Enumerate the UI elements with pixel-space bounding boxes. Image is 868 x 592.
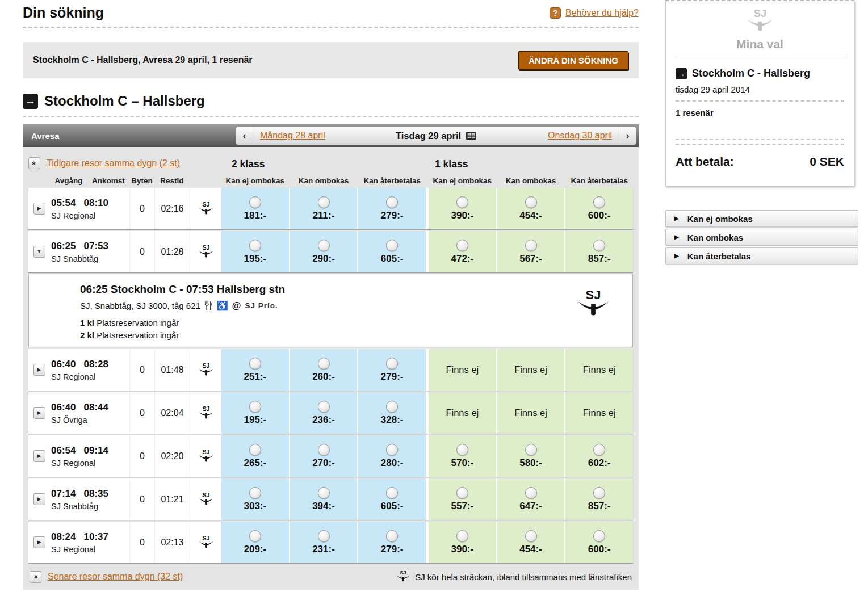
fare-cell[interactable]: 390:- (429, 522, 496, 563)
calendar-icon[interactable] (466, 132, 476, 140)
fare-cell[interactable]: 390:- (429, 188, 496, 229)
accordion-kan-aterbetalas[interactable]: ▶ Kan återbetalas (665, 247, 858, 264)
accordion-kan-ombokas[interactable]: ▶ Kan ombokas (665, 229, 858, 246)
prev-day-chevron[interactable]: ‹ (236, 127, 253, 145)
fare-cell[interactable]: 280:- (358, 435, 426, 477)
accordion-kan-ej-ombokas[interactable]: ▶ Kan ej ombokas (665, 210, 858, 227)
fare-cell[interactable]: 279:- (358, 522, 426, 563)
fare-cell[interactable]: 270:- (290, 435, 358, 477)
earlier-journeys-button[interactable]: « (28, 157, 40, 169)
later-journeys-link[interactable]: Senare resor samma dygn (32 st) (48, 572, 183, 582)
fare-cell[interactable]: 647:- (497, 478, 565, 520)
earlier-journeys-link[interactable]: Tidigare resor samma dygn (2 st) (47, 158, 180, 169)
pay-value: 0 SEK (810, 155, 844, 169)
fare-radio-button[interactable] (249, 358, 261, 370)
fare-cell[interactable]: 472:- (429, 231, 496, 272)
fare-radio-button[interactable] (525, 487, 537, 499)
fare-radio-button[interactable] (593, 444, 605, 456)
fare-radio-button[interactable] (456, 196, 468, 208)
fare-radio-button[interactable] (386, 530, 398, 542)
expand-journey-button[interactable]: ▶ (33, 493, 45, 505)
fare-price: 211:- (313, 210, 335, 221)
fare-radio-button[interactable] (386, 196, 398, 208)
fare-cell[interactable]: 279:- (358, 188, 426, 229)
fare-radio-button[interactable] (318, 444, 330, 456)
later-journeys-button[interactable]: « (30, 571, 41, 583)
fare-radio-button[interactable] (386, 240, 398, 251)
fare-cell[interactable]: 290:- (290, 231, 358, 272)
fare-price: 279:- (381, 210, 404, 221)
fare-radio-button[interactable] (593, 196, 605, 208)
fare-price: 303:- (244, 501, 266, 512)
fare-cell[interactable]: 195:- (221, 392, 289, 434)
expand-journey-button[interactable]: ▶ (33, 203, 45, 215)
fare-radio-button[interactable] (456, 240, 468, 251)
fare-radio-button[interactable] (249, 401, 261, 413)
fare-cell[interactable]: 857:- (565, 478, 633, 520)
fare-cell[interactable]: 605:- (358, 478, 426, 520)
fare-radio-button[interactable] (593, 487, 605, 499)
fare-radio-button[interactable] (318, 487, 330, 499)
fare-cell[interactable]: 570:- (429, 435, 496, 477)
fare-cell[interactable]: 557:- (429, 478, 496, 520)
fare-cell[interactable]: 279:- (358, 349, 426, 391)
fare-radio-button[interactable] (249, 240, 261, 251)
fare-cell[interactable]: 454:- (497, 188, 565, 229)
fare-cell[interactable]: 211:- (290, 188, 358, 229)
fare-cell[interactable]: 605:- (358, 231, 426, 272)
fare-radio-button[interactable] (456, 444, 468, 456)
current-day-label: Tisdag 29 april (396, 131, 461, 141)
fare-radio-button[interactable] (456, 530, 468, 542)
fare-cell[interactable]: 209:- (221, 522, 289, 563)
fare-radio-button[interactable] (386, 358, 398, 370)
expand-journey-button[interactable]: ▼ (33, 246, 45, 258)
fare-cell[interactable]: 236:- (290, 392, 358, 434)
prev-day-link[interactable]: Måndag 28 april (260, 131, 325, 141)
expand-journey-button[interactable]: ▶ (33, 536, 45, 548)
fare-radio-button[interactable] (456, 487, 468, 499)
fare-radio-button[interactable] (318, 196, 330, 208)
fare-cell[interactable]: 567:- (497, 231, 565, 272)
fare-cell[interactable]: 580:- (497, 435, 565, 477)
fare-cell[interactable]: 251:- (221, 349, 289, 391)
fare-radio-button[interactable] (525, 196, 537, 208)
fare-cell[interactable]: 602:- (565, 435, 633, 477)
fare-cell[interactable]: 857:- (565, 231, 633, 272)
fare-radio-button[interactable] (386, 487, 398, 499)
fare-cell[interactable]: 231:- (290, 522, 358, 563)
change-search-button[interactable]: ÄNDRA DIN SÖKNING (518, 51, 628, 70)
question-mark-icon[interactable]: ? (550, 7, 561, 19)
fare-radio-button[interactable] (249, 530, 261, 542)
fare-cell[interactable]: 600:- (565, 522, 633, 563)
help-link[interactable]: Behöver du hjälp? (565, 8, 639, 18)
next-day-chevron[interactable]: › (619, 127, 636, 145)
fare-cell[interactable]: 260:- (290, 349, 358, 391)
fare-cell[interactable]: 181:- (221, 188, 289, 229)
expand-journey-button[interactable]: ▶ (33, 450, 45, 462)
fare-cell[interactable]: 195:- (221, 231, 289, 272)
fare-radio-button[interactable] (318, 530, 330, 542)
fare-radio-button[interactable] (249, 444, 261, 456)
fare-radio-button[interactable] (318, 358, 330, 370)
expand-journey-button[interactable]: ▶ (33, 364, 45, 376)
svg-text:SJ: SJ (400, 570, 406, 576)
fare-radio-button[interactable] (525, 530, 537, 542)
fare-cell[interactable]: 303:- (221, 478, 289, 520)
fare-cell[interactable]: 394:- (290, 478, 358, 520)
fare-cell[interactable]: 265:- (221, 435, 289, 477)
expand-journey-button[interactable]: ▶ (33, 407, 45, 419)
fare-radio-button[interactable] (318, 240, 330, 251)
fare-radio-button[interactable] (593, 240, 605, 251)
fare-radio-button[interactable] (318, 401, 330, 413)
fare-cell[interactable]: 454:- (497, 522, 565, 563)
fare-radio-button[interactable] (525, 444, 537, 456)
fare-cell[interactable]: 328:- (358, 392, 426, 434)
fare-radio-button[interactable] (249, 196, 261, 208)
fare-radio-button[interactable] (525, 240, 537, 251)
fare-radio-button[interactable] (249, 487, 261, 499)
fare-radio-button[interactable] (593, 530, 605, 542)
fare-cell[interactable]: 600:- (565, 188, 633, 229)
next-day-link[interactable]: Onsdag 30 april (548, 131, 612, 141)
fare-radio-button[interactable] (386, 444, 398, 456)
fare-radio-button[interactable] (386, 401, 398, 413)
